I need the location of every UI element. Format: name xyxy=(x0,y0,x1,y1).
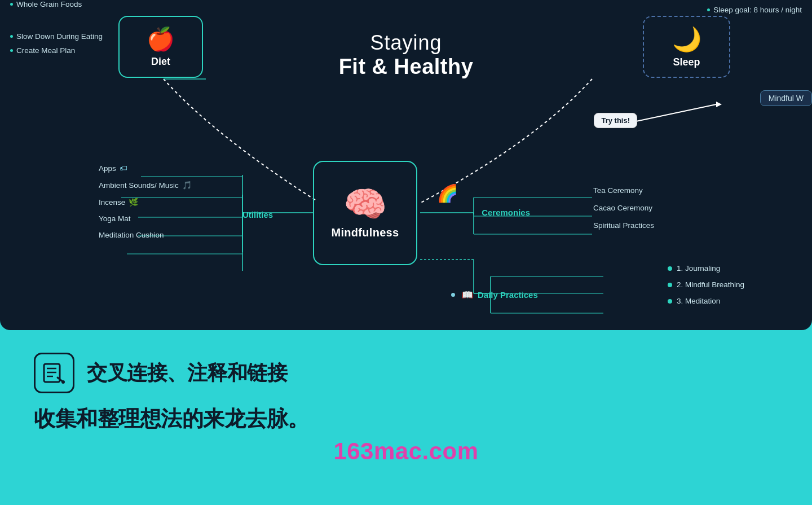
bullet-dot xyxy=(10,3,13,6)
ceremonies-label: Ceremonies xyxy=(482,208,530,217)
diet-node: 🍎 Diet xyxy=(118,16,203,78)
try-this-callout: Try this! xyxy=(594,113,637,128)
mindmap-section: Staying Fit & Healthy 🍎 Diet Whole Grain… xyxy=(0,0,812,330)
cross-link-icon xyxy=(42,361,67,385)
title-line1: Staying xyxy=(339,31,474,55)
ceremonies-items: Tea Ceremony Cacao Ceremony Spiritual Pr… xyxy=(593,186,654,239)
list-item: Create Meal Plan xyxy=(10,46,103,55)
daily-practices-items: 1. Journaling 2. Mindful Breathing 3. Me… xyxy=(668,264,744,313)
diet-label: Diet xyxy=(151,56,170,68)
list-item: Sleep goal: 8 hours / night xyxy=(707,6,802,14)
list-item: Ambient Sounds/ Music 🎵 xyxy=(99,181,192,190)
sleep-label: Sleep xyxy=(673,56,700,68)
main-title: Staying Fit & Healthy xyxy=(339,31,474,79)
daily-practices-label: 📖 Daily Practices xyxy=(451,289,538,300)
mindful-label: Mindful W xyxy=(760,90,812,106)
brand-url: 163mac.com xyxy=(34,438,778,465)
diet-items: Whole Grain Foods Slow Down During Eatin… xyxy=(10,0,103,60)
daily-dot xyxy=(451,293,455,297)
bullet-dot xyxy=(668,266,672,271)
list-item: Slow Down During Eating xyxy=(10,32,103,41)
sleep-icon: 🌙 xyxy=(672,25,701,53)
feature-title: 交叉连接、注释和链接 xyxy=(87,359,287,387)
list-item: Cacao Ceremony xyxy=(593,204,654,212)
daily-practices-icon: 📖 xyxy=(462,289,473,300)
diet-icon: 🍎 xyxy=(147,26,175,52)
apps-icon: 🏷 xyxy=(120,164,127,173)
svg-point-33 xyxy=(61,380,65,384)
mindfulness-center-node: 🧠 Mindfulness xyxy=(313,161,417,265)
list-item: 2. Mindful Breathing xyxy=(668,280,744,289)
list-item: 3. Meditation xyxy=(668,297,744,305)
bullet-dot xyxy=(668,283,672,287)
list-item: Tea Ceremony xyxy=(593,186,654,195)
list-item: Incense 🌿 xyxy=(99,197,192,207)
bullet-dot xyxy=(10,35,13,38)
bullet-dot xyxy=(707,8,710,11)
cross-link-icon-box xyxy=(34,353,74,393)
list-item: Apps 🏷 xyxy=(99,164,192,173)
list-item: Whole Grain Foods xyxy=(10,0,103,8)
svg-marker-28 xyxy=(716,102,722,107)
list-item: Yoga Mat xyxy=(99,214,192,223)
music-icon: 🎵 xyxy=(182,181,192,190)
sleep-node: 🌙 Sleep xyxy=(643,16,730,78)
bottom-section: 交叉连接、注释和链接 收集和整理想法的来龙去脉。 163mac.com xyxy=(0,330,812,482)
rainbow-icon: 🌈 xyxy=(437,183,458,203)
feature-description: 收集和整理想法的来龙去脉。 xyxy=(34,405,778,433)
bullet-dot xyxy=(10,49,13,52)
incense-icon: 🌿 xyxy=(129,197,138,207)
utilities-label: Utilities xyxy=(242,210,273,219)
bullet-dot xyxy=(668,299,672,304)
list-item: 1. Journaling xyxy=(668,264,744,273)
list-item: Meditation Cushion xyxy=(99,231,192,239)
list-item: Spiritual Practices xyxy=(593,221,654,230)
feature-row: 交叉连接、注释和链接 xyxy=(34,353,778,393)
center-label: Mindfulness xyxy=(332,226,399,239)
utilities-items: Apps 🏷 Ambient Sounds/ Music 🎵 Incense 🌿… xyxy=(99,164,192,247)
brain-icon: 🧠 xyxy=(343,187,387,222)
title-line2: Fit & Healthy xyxy=(339,55,474,79)
